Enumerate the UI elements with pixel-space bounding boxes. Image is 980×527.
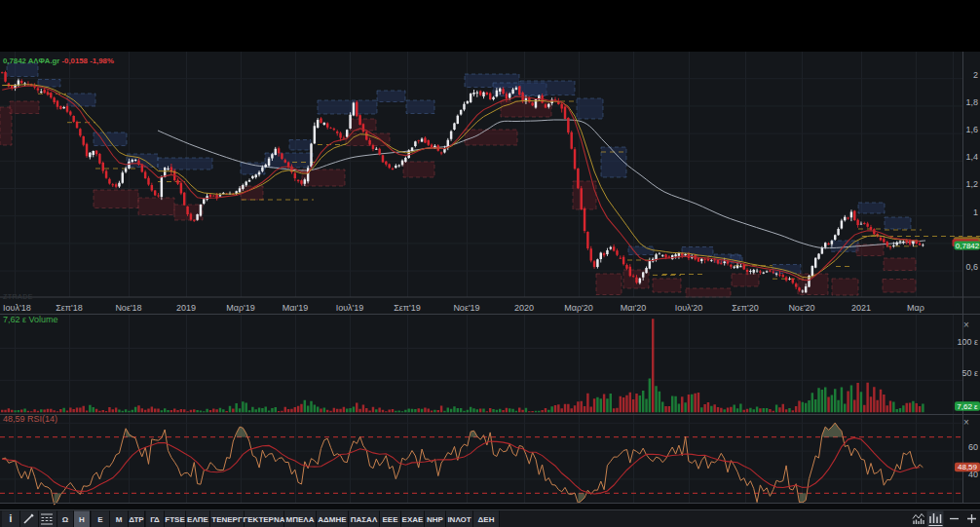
svg-text:50 ε: 50 ε bbox=[961, 368, 978, 378]
svg-text:0,7842: 0,7842 bbox=[956, 242, 980, 250]
svg-text:ΜΠΕΛΑ: ΜΠΕΛΑ bbox=[286, 515, 315, 524]
svg-text:ΔΕΗ: ΔΕΗ bbox=[478, 515, 495, 524]
svg-text:Μαι'19: Μαι'19 bbox=[283, 303, 308, 313]
svg-text:ΕΛΠΕ: ΕΛΠΕ bbox=[187, 515, 208, 524]
svg-text:Σεπ'18: Σεπ'18 bbox=[56, 303, 83, 313]
svg-text:ΕΧΑΕ: ΕΧΑΕ bbox=[402, 515, 424, 524]
svg-text:ΓΕΚΤΕΡΝΑ: ΓΕΚΤΕΡΝΑ bbox=[243, 515, 284, 524]
svg-text:Μαρ: Μαρ bbox=[907, 303, 924, 313]
svg-text:60: 60 bbox=[968, 442, 978, 452]
svg-text:Νοε'19: Νοε'19 bbox=[453, 303, 479, 313]
svg-text:2020: 2020 bbox=[514, 303, 534, 313]
svg-text:2019: 2019 bbox=[176, 303, 196, 313]
svg-text:1,8: 1,8 bbox=[965, 97, 978, 107]
svg-text:Μαρ'19: Μαρ'19 bbox=[226, 303, 255, 313]
svg-text:2: 2 bbox=[973, 70, 978, 80]
svg-text:ΖΤRADE: ΖΤRADE bbox=[3, 293, 33, 300]
svg-text:ΕΕΕ: ΕΕΕ bbox=[382, 515, 398, 524]
svg-text:Ε: Ε bbox=[97, 515, 103, 524]
svg-text:ΠΑΣΑΛ: ΠΑΣΑΛ bbox=[351, 515, 378, 524]
svg-text:100 ε: 100 ε bbox=[957, 337, 978, 347]
svg-text:Η: Η bbox=[79, 515, 85, 524]
svg-text:Μαι'20: Μαι'20 bbox=[621, 303, 646, 313]
svg-text:Νοε'20: Νοε'20 bbox=[788, 303, 814, 313]
svg-text:Ιουλ'20: Ιουλ'20 bbox=[675, 303, 703, 313]
svg-text:1,6: 1,6 bbox=[965, 125, 978, 134]
svg-text:ΝΗΡ: ΝΗΡ bbox=[427, 515, 444, 524]
svg-text:Ιουλ'18: Ιουλ'18 bbox=[3, 303, 31, 313]
svg-text:0,6: 0,6 bbox=[965, 262, 978, 272]
svg-text:FTSE: FTSE bbox=[165, 515, 185, 524]
svg-text:Ιουλ'19: Ιουλ'19 bbox=[336, 303, 364, 313]
svg-text:ΑΔΜΗΕ: ΑΔΜΗΕ bbox=[318, 515, 347, 524]
svg-text:48,59: 48,59 bbox=[958, 463, 978, 471]
svg-text:7,62 ε: 7,62 ε bbox=[957, 402, 978, 411]
svg-text:1,2: 1,2 bbox=[965, 179, 978, 189]
svg-text:ΔΤΡ: ΔΤΡ bbox=[129, 515, 144, 524]
svg-text:i: i bbox=[10, 513, 13, 524]
svg-text:Σεπ'20: Σεπ'20 bbox=[732, 303, 759, 313]
svg-text:1: 1 bbox=[973, 207, 978, 217]
svg-text:Μ: Μ bbox=[116, 515, 123, 524]
svg-text:ΓΔ: ΓΔ bbox=[150, 515, 160, 524]
svg-text:Σεπ'19: Σεπ'19 bbox=[394, 303, 421, 313]
svg-text:0,7842 ΑΛΦΑ.gr -0,0158 -1,98%: 0,7842 ΑΛΦΑ.gr -0,0158 -1,98% bbox=[3, 56, 114, 65]
svg-text:Ω: Ω bbox=[62, 515, 69, 524]
svg-text:ΙΝΛΟΤ: ΙΝΛΟΤ bbox=[447, 515, 471, 524]
svg-text:7,62 ε Volume: 7,62 ε Volume bbox=[3, 315, 58, 324]
svg-text:2021: 2021 bbox=[851, 303, 871, 313]
svg-text:×: × bbox=[963, 417, 969, 428]
svg-text:×: × bbox=[963, 320, 969, 330]
svg-text:48,59 RSI(14): 48,59 RSI(14) bbox=[3, 414, 57, 424]
svg-text:ΤΕΝΕΡΓ: ΤΕΝΕΡΓ bbox=[211, 515, 243, 524]
svg-text:Νοε'18: Νοε'18 bbox=[115, 303, 141, 313]
svg-text:1,4: 1,4 bbox=[965, 152, 978, 162]
svg-text:Μαρ'20: Μαρ'20 bbox=[564, 303, 593, 313]
